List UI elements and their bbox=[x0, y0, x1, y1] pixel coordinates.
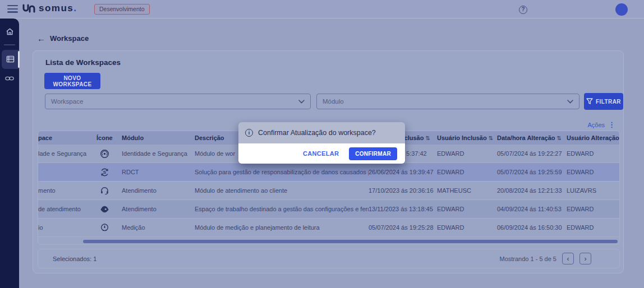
table-cell: mento bbox=[38, 187, 96, 194]
sidebar-item-home[interactable] bbox=[0, 22, 19, 41]
sort-icon: ⇅ bbox=[489, 135, 493, 141]
actions-label: Ações bbox=[587, 122, 605, 128]
table-cell: EDWARD bbox=[437, 206, 497, 212]
sidebar-divider bbox=[4, 44, 15, 45]
table-footer: Selecionados: 1 Mostrando 1 - 5 de 5 ‹ › bbox=[38, 249, 620, 268]
chevron-down-icon bbox=[567, 100, 573, 104]
table-cell: 17/10/2023 ás 20:36:16 bbox=[369, 187, 437, 194]
headset-icon bbox=[96, 186, 122, 196]
pagination-summary: Mostrando 1 - 5 de 5 bbox=[499, 256, 556, 262]
table-cell: EDWARD bbox=[437, 169, 497, 175]
column-header: Ícone bbox=[96, 134, 122, 141]
prev-page-button[interactable]: ‹ bbox=[562, 253, 574, 264]
confirm-button[interactable]: CONFIRMAR bbox=[349, 147, 397, 160]
sync-s-icon: S bbox=[96, 168, 122, 177]
actions-menu[interactable]: Ações ⋮ bbox=[587, 120, 615, 129]
filter-button[interactable]: FILTRAR bbox=[584, 93, 623, 110]
table-row[interactable]: SRDCTSolução para gestão de responsabili… bbox=[38, 163, 619, 182]
selected-count: Selecionados: 1 bbox=[53, 256, 96, 262]
logo-mark-icon bbox=[22, 4, 36, 13]
table-cell: lade e Segurança bbox=[38, 150, 96, 157]
user-avatar[interactable] bbox=[615, 3, 628, 16]
column-header: pace bbox=[38, 134, 96, 141]
table-cell: LUIZAVRS bbox=[567, 187, 620, 194]
column-header: Módulo bbox=[122, 134, 195, 141]
workspace-select[interactable]: Workspace bbox=[45, 94, 311, 109]
help-icon[interactable]: ? bbox=[519, 6, 527, 14]
table-row[interactable]: de atendimentoAtendimentoEspaço de traba… bbox=[38, 200, 619, 219]
table-cell: EDWARD bbox=[567, 206, 620, 212]
table-cell: Espaço de trabalho destinado a gestão da… bbox=[195, 206, 369, 212]
menu-icon[interactable] bbox=[7, 5, 18, 13]
logo-text: somus. bbox=[39, 3, 77, 14]
table-cell: io bbox=[38, 224, 96, 231]
card-title: Lista de Workspaces bbox=[45, 58, 121, 67]
sort-icon: ⇅ bbox=[425, 135, 430, 141]
table-cell: de atendimento bbox=[38, 206, 96, 212]
table-row[interactable]: ioMediçãoMódulo de medição e planejament… bbox=[38, 219, 619, 237]
table-cell: 13/11/2023 ás 13:18:45 bbox=[369, 206, 437, 212]
table-cell: Módulo de medição e planejamento de leit… bbox=[195, 224, 369, 231]
column-header[interactable]: Usuário Alteração⇅ bbox=[567, 134, 620, 141]
sort-icon: ⇅ bbox=[557, 135, 562, 141]
sidebar-item-workspaces[interactable] bbox=[2, 50, 19, 69]
back-label: Workspace bbox=[50, 34, 89, 43]
workspace-select-placeholder: Workspace bbox=[51, 98, 83, 105]
environment-badge: Desenvolvimento bbox=[94, 4, 150, 15]
table-cell: 20/08/2024 ás 12:21:33 bbox=[497, 187, 567, 194]
table-cell: EDWARD bbox=[437, 150, 497, 157]
home-icon bbox=[6, 27, 14, 36]
table-cell: Módulo de atendimento ao cliente bbox=[195, 187, 369, 194]
table-cell: RDCT bbox=[122, 169, 195, 175]
funnel-icon bbox=[586, 98, 593, 105]
somus-logo: somus. bbox=[22, 3, 77, 14]
modulo-select-placeholder: Módulo bbox=[323, 98, 344, 105]
list-icon bbox=[6, 55, 15, 63]
back-link[interactable]: ← Workspace bbox=[37, 34, 89, 43]
table-cell: 06/09/2024 ás 16:50:30 bbox=[497, 224, 567, 231]
table-cell: 26/06/2024 ás 19:39:47 bbox=[369, 169, 437, 175]
confirm-dialog-header: i Confirmar Atualização do workspace? bbox=[238, 122, 405, 143]
table-cell: 05/07/2024 ás 19:22:27 bbox=[497, 150, 567, 157]
support-agent-icon bbox=[96, 205, 122, 214]
table-cell: 05/07/2024 ás 19:25:28 bbox=[369, 224, 437, 231]
next-page-button[interactable]: › bbox=[579, 253, 591, 264]
top-app-bar: somus. Desenvolvimento ? bbox=[0, 0, 644, 18]
gauge-icon bbox=[96, 223, 122, 233]
horizontal-scrollbar bbox=[38, 240, 620, 244]
table-cell: EDWARD bbox=[437, 224, 497, 231]
chevron-down-icon bbox=[298, 100, 305, 104]
confirm-dialog: i Confirmar Atualização do workspace? CA… bbox=[238, 122, 405, 164]
radar-icon bbox=[96, 149, 122, 159]
confirm-dialog-actions: CANCELAR CONFIRMAR bbox=[238, 143, 405, 164]
info-icon: i bbox=[245, 129, 253, 137]
new-workspace-button[interactable]: NOVO WORKSPACE bbox=[44, 73, 100, 89]
column-header[interactable]: Data/hora Alteração⇅ bbox=[497, 134, 567, 141]
svg-text:S: S bbox=[103, 170, 107, 175]
sidebar-item-links[interactable] bbox=[0, 69, 19, 88]
table-cell: 04/09/2024 ás 11:40:53 bbox=[497, 206, 567, 212]
table-cell: EDWARD bbox=[567, 150, 620, 157]
table-cell: EDWARD bbox=[567, 169, 620, 175]
table-cell: 05/07/2024 ás 19:25:59 bbox=[497, 169, 567, 175]
back-arrow-icon: ← bbox=[37, 34, 45, 43]
modulo-select[interactable]: Módulo bbox=[316, 94, 579, 109]
table-cell: Atendimento bbox=[122, 187, 195, 194]
sidebar-nav bbox=[0, 18, 19, 288]
column-header[interactable]: Usuário Inclusão⇅ bbox=[437, 134, 497, 141]
table-cell: Atendimento bbox=[122, 206, 195, 212]
table-cell: Solução para gestão de responsabilização… bbox=[195, 169, 369, 175]
confirm-dialog-title: Confirmar Atualização do workspace? bbox=[258, 129, 376, 137]
link-icon bbox=[5, 75, 14, 82]
table-cell: MATHEUSC bbox=[437, 187, 497, 194]
cancel-button[interactable]: CANCELAR bbox=[303, 150, 339, 157]
table-cell: EDWARD bbox=[567, 224, 620, 231]
kebab-menu-icon: ⋮ bbox=[608, 120, 615, 129]
horizontal-scrollbar-thumb[interactable] bbox=[83, 240, 618, 243]
table-cell: Medição bbox=[122, 224, 195, 231]
table-cell: Identidade e Segurança bbox=[122, 150, 195, 157]
table-row[interactable]: mentoAtendimentoMódulo de atendimento ao… bbox=[38, 182, 619, 200]
